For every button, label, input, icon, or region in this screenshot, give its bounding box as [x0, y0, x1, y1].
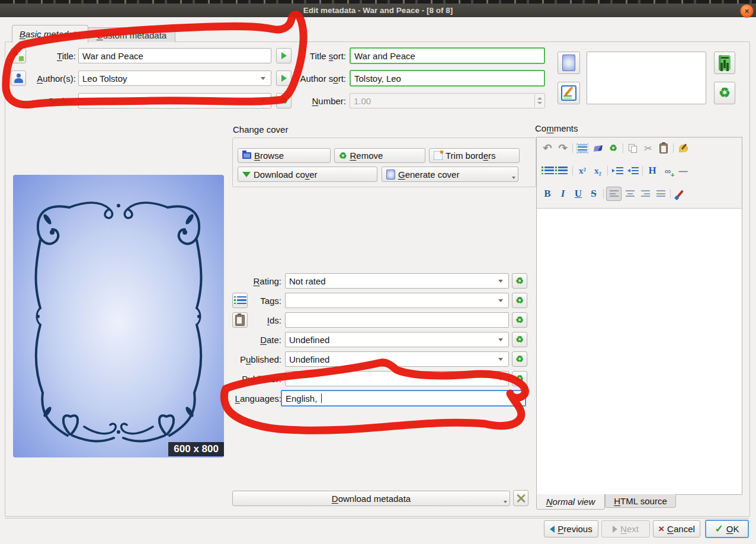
green-arrow-icon: [281, 52, 287, 59]
ordered-list-button[interactable]: [540, 164, 555, 177]
insert-link-button[interactable]: ∞: [661, 164, 675, 177]
author-label: Author(s):: [24, 73, 76, 84]
mini-cover-icon: [386, 169, 395, 180]
clear-ids-button[interactable]: ♻: [512, 312, 527, 328]
cancel-button[interactable]: × Cancel: [653, 520, 700, 537]
outdent-icon: [632, 167, 639, 174]
strikethrough-icon: S: [591, 188, 596, 200]
toolbar-separator: [572, 166, 573, 175]
publisher-label: Publisher:: [202, 374, 281, 384]
trim-borders-button[interactable]: Trim borders: [429, 148, 520, 163]
tags-combo[interactable]: [285, 293, 509, 308]
clear-date-button[interactable]: ♻: [512, 332, 527, 347]
select-all-button[interactable]: [575, 142, 590, 155]
languages-input[interactable]: English,: [281, 390, 526, 407]
previous-button[interactable]: Previous: [544, 520, 598, 537]
strikethrough-button[interactable]: S: [587, 187, 601, 200]
title-input[interactable]: War and Peace: [78, 48, 271, 63]
generate-cover-button[interactable]: Generate cover: [382, 167, 518, 182]
normal-view-label: Normal view: [546, 497, 595, 507]
author-sort-input[interactable]: Tolstoy, Leo: [350, 70, 545, 87]
clear-published-button[interactable]: ♻: [512, 351, 527, 367]
align-center-button[interactable]: [623, 187, 637, 200]
text-color-button[interactable]: [673, 187, 687, 200]
tab-html-source[interactable]: HTML source: [605, 494, 676, 508]
cover-view-button[interactable]: [558, 52, 580, 74]
date-combo[interactable]: Undefined: [285, 332, 509, 347]
ids-input[interactable]: [285, 312, 509, 328]
redo-icon: ↷: [558, 142, 567, 155]
paste-button[interactable]: [656, 142, 671, 155]
align-justify-button[interactable]: [654, 187, 668, 200]
folder-icon: [242, 152, 251, 159]
formats-list[interactable]: [587, 52, 706, 104]
clear-publisher-button[interactable]: ♻: [512, 371, 527, 386]
align-left-button[interactable]: [606, 187, 622, 201]
author-combo[interactable]: Leo Tolstoy: [78, 71, 271, 86]
spinner-arrows[interactable]: [534, 94, 544, 107]
published-combo[interactable]: Undefined: [285, 351, 509, 367]
tab-basic-metadata[interactable]: Basic metadata: [12, 25, 88, 43]
italic-button[interactable]: I: [556, 187, 570, 200]
indent-button[interactable]: [610, 164, 624, 177]
clear-rating-button[interactable]: ♻: [512, 273, 527, 289]
remove-cover-button[interactable]: ♻ Remove: [334, 148, 425, 163]
series-combo[interactable]: [78, 93, 271, 108]
footer-separator: [5, 518, 749, 519]
languages-value: English,: [286, 393, 320, 404]
recycle-icon: ♻: [609, 143, 617, 153]
add-format-button[interactable]: [714, 52, 735, 74]
tab-basic-metadata-label: Basic metadata: [20, 29, 81, 39]
next-button[interactable]: Next: [601, 520, 650, 537]
background-color-button[interactable]: [676, 142, 690, 155]
recycle-icon: ♻: [515, 315, 523, 325]
heading-button[interactable]: H: [645, 164, 659, 177]
edit-formats-button[interactable]: [558, 82, 580, 104]
ordered-list-icon: [544, 167, 554, 175]
browse-cover-button[interactable]: Browse: [238, 148, 331, 163]
comments-editor[interactable]: [537, 208, 742, 494]
underline-button[interactable]: U: [571, 187, 585, 200]
tools-icon: [515, 493, 526, 504]
recycle-icon: ♻: [515, 276, 523, 286]
superscript-button[interactable]: x²: [575, 164, 590, 177]
auto-author-sort-button[interactable]: [276, 71, 291, 86]
remove-formatting-button[interactable]: ♻: [606, 142, 620, 155]
configure-metadata-button[interactable]: [513, 490, 528, 506]
rating-combo[interactable]: Not rated: [285, 273, 509, 289]
subscript-icon: x₂: [594, 166, 601, 176]
ok-button[interactable]: ✓ OK: [705, 520, 749, 538]
clear-tags-button[interactable]: ♻: [512, 293, 527, 308]
remove-format-button[interactable]: ♻: [714, 82, 735, 104]
clear-text-button[interactable]: [591, 142, 605, 155]
cut-button[interactable]: ✂: [641, 142, 655, 155]
browse-label: Browse: [254, 151, 284, 161]
align-right-button[interactable]: [638, 187, 652, 200]
title-sort-input[interactable]: War and Peace: [350, 47, 545, 64]
outdent-button[interactable]: [626, 164, 640, 177]
series-number-spinner[interactable]: 1.00: [350, 93, 545, 108]
comments-toolbar-row-2: x² x₂ H ∞ —: [540, 164, 690, 177]
download-metadata-button[interactable]: Download metadata: [232, 491, 510, 506]
undo-button[interactable]: ↶: [540, 142, 555, 155]
bold-button[interactable]: B: [540, 187, 555, 200]
next-label: Next: [620, 524, 639, 534]
horizontal-rule-button[interactable]: —: [676, 164, 690, 177]
publisher-combo[interactable]: [285, 371, 509, 386]
swap-title-author-button[interactable]: [11, 48, 26, 63]
ok-label: OK: [726, 524, 739, 534]
tab-custom-metadata[interactable]: Custom metadata: [88, 27, 175, 42]
redo-button[interactable]: ↷: [556, 142, 570, 155]
tab-normal-view[interactable]: Normal view: [536, 494, 605, 510]
tags-label: Tags:: [202, 296, 281, 306]
unordered-list-button[interactable]: [556, 164, 570, 177]
swap-icon: [13, 50, 24, 61]
generate-cover-label: Generate cover: [398, 169, 459, 180]
subscript-button[interactable]: x₂: [591, 164, 605, 177]
auto-title-sort-button[interactable]: [276, 48, 291, 63]
close-button[interactable]: ×: [740, 4, 754, 18]
clear-series-button[interactable]: ♻: [276, 93, 291, 108]
download-cover-button[interactable]: Download cover: [238, 167, 377, 182]
toolbar-separator: [673, 143, 674, 153]
copy-button[interactable]: [626, 142, 640, 155]
